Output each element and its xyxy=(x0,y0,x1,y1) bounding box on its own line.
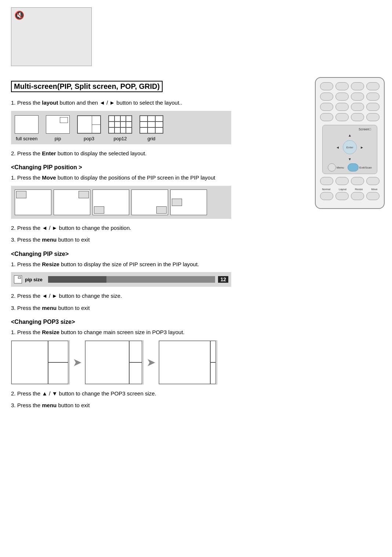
arrow-1: ➤ xyxy=(73,356,82,369)
remote-btn-24[interactable] xyxy=(366,192,380,200)
pip-size-step3: 3. Press the menu button to exit xyxy=(11,304,286,312)
pip-size-s3-after: button to exit xyxy=(57,305,90,311)
pip-size-label: pip size xyxy=(25,277,45,282)
pop12-label: pop12 xyxy=(113,136,127,141)
remote-btn-15[interactable] xyxy=(351,113,364,121)
pip-pos-tr xyxy=(54,189,90,215)
pop3-v3-side-top xyxy=(210,341,216,362)
step2-bold: Enter xyxy=(42,150,56,156)
pop12-cell-2 xyxy=(115,116,120,122)
remote-btn-2[interactable] xyxy=(335,82,349,90)
remote-btn-17[interactable] xyxy=(320,177,333,185)
remote-btn-13[interactable] xyxy=(320,113,333,121)
remote-exit-label: Exit/Scan xyxy=(359,166,372,169)
remote-btn-12[interactable] xyxy=(366,103,380,111)
pop12-cell-10 xyxy=(115,127,120,133)
pop3-v1-side-bottom xyxy=(48,362,68,384)
layout-icon-pop12: pop12 xyxy=(108,115,132,141)
pip-diagram xyxy=(46,115,70,134)
remote-dpad: ▲ ◄ Enter ► ▼ xyxy=(335,133,364,162)
grid-cell-1 xyxy=(140,116,148,122)
pip-size-s3-bold: menu xyxy=(42,305,57,311)
pop3-v3-side xyxy=(210,341,216,384)
grid-cell-7 xyxy=(140,127,148,133)
pip-pos-s1-before: 1. Press the xyxy=(11,174,42,181)
pip-pos-tr-box xyxy=(79,191,89,198)
layout-icons-row: full screen pip pop3 xyxy=(11,111,231,144)
mute-icon: 🔇 xyxy=(14,11,24,20)
remote-btn-16[interactable] xyxy=(366,113,380,121)
remote-dpad-left[interactable]: ◄ xyxy=(336,145,340,149)
pop3-s3-before: 3. Press the xyxy=(11,402,42,408)
step1-bold: layout xyxy=(42,100,58,106)
pip-position-step3: 3. Press the menu button to exit xyxy=(11,236,286,244)
pop3-diagram-v3 xyxy=(159,340,217,384)
remote-exit-button[interactable]: Exit/Scan xyxy=(348,163,372,171)
remote-menu-label: Menu xyxy=(337,166,344,169)
grid-cell-9 xyxy=(155,127,163,133)
pop3-v2-main xyxy=(85,341,129,384)
pop3-left xyxy=(77,116,92,133)
pop12-cell-9 xyxy=(109,127,115,133)
arrow-2: ➤ xyxy=(146,356,156,369)
remote-enter-button[interactable]: Enter xyxy=(343,140,357,154)
remote-bottom-labels: Normal Layout Resize Move xyxy=(319,188,381,191)
pop3-v2-side xyxy=(129,341,142,384)
pop12-cell-11 xyxy=(120,127,126,133)
pop3-v1-side xyxy=(48,341,68,384)
remote-btn-18[interactable] xyxy=(335,177,349,185)
pip-pos-s1-bold: Move xyxy=(42,174,56,181)
fullscreen-label: full screen xyxy=(16,136,37,141)
remote-center-section: Screen□ ▲ ◄ Enter ► ▼ Menu Exit/Scan xyxy=(322,125,377,174)
pip-pos-br-box xyxy=(156,206,167,214)
pip-size-number: 12 xyxy=(218,276,228,283)
pip-label: pip xyxy=(55,136,61,141)
remote-menu-button[interactable]: Menu xyxy=(328,163,344,171)
pip-size-s1-after: button to display the size of PIP screen… xyxy=(59,261,199,267)
remote-btn-23[interactable] xyxy=(351,192,364,200)
pop3-v2-side-bottom xyxy=(129,362,142,384)
remote-btn-19[interactable] xyxy=(351,177,364,185)
pop3-size-step2: 2. Press the ▲ / ▼ button to change the … xyxy=(11,390,286,398)
step1-text-after: button and then ◄ / ► button to select t… xyxy=(58,100,182,106)
pip-pos-br xyxy=(131,189,168,215)
pop3-s1-bold: Resize xyxy=(42,329,59,335)
remote-btn-4[interactable] xyxy=(366,82,380,90)
remote-btn-5[interactable] xyxy=(320,93,333,101)
remote-btn-20[interactable] xyxy=(366,177,380,185)
remote-normal-label: Normal xyxy=(322,188,330,191)
pip-size-bar: pip size 12 xyxy=(11,272,231,287)
pip-pos-s3-bold: menu xyxy=(42,236,57,243)
pop3-right xyxy=(92,116,101,133)
remote-row-2 xyxy=(320,93,380,101)
remote-btn-6[interactable] xyxy=(335,93,349,101)
remote-dpad-right[interactable]: ► xyxy=(360,145,364,149)
remote-btn-7[interactable] xyxy=(351,93,364,101)
pop3-v3-side-bottom xyxy=(210,362,216,384)
layout-icon-pop3: pop3 xyxy=(77,115,101,141)
remote-row-1 xyxy=(320,82,380,90)
pip-size-heading: <Changing PIP size> xyxy=(11,251,286,257)
remote-row-3 xyxy=(320,103,380,111)
pop3-v3-main xyxy=(159,341,210,384)
remote-btn-9[interactable] xyxy=(320,103,333,111)
pip-pos-ml xyxy=(170,189,207,215)
remote-move-label: Move xyxy=(371,188,377,191)
pop12-cell-3 xyxy=(120,116,126,122)
remote-dpad-down[interactable]: ▼ xyxy=(348,157,352,161)
pip-position-heading: <Changing PIP position > xyxy=(11,164,286,171)
remote-btn-14[interactable] xyxy=(335,113,349,121)
remote-btn-8[interactable] xyxy=(366,93,380,101)
pip-pos-tl xyxy=(15,189,51,215)
remote-btn-10[interactable] xyxy=(335,103,349,111)
remote-btn-3[interactable] xyxy=(351,82,364,90)
remote-btn-11[interactable] xyxy=(351,103,364,111)
remote-resize-label: Resize xyxy=(355,188,363,191)
pop3-size-step3: 3. Press the menu button to exit xyxy=(11,401,286,410)
pip-size-s1-before: 1. Press the xyxy=(11,261,42,267)
remote-btn-22[interactable] xyxy=(335,192,349,200)
remote-btn-21[interactable] xyxy=(320,192,333,200)
remote-menu-circle xyxy=(328,163,336,171)
remote-btn-1[interactable] xyxy=(320,82,333,90)
remote-dpad-up[interactable]: ▲ xyxy=(348,133,352,137)
